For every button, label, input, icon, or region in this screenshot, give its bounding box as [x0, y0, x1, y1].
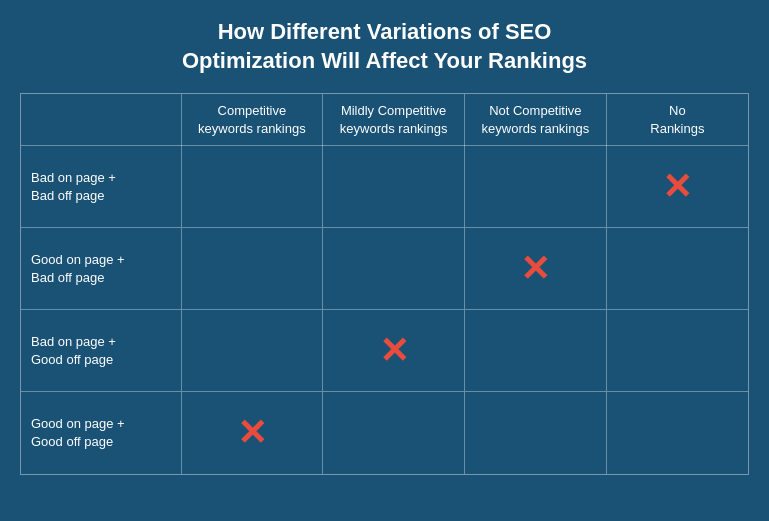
- header-not-competitive: Not Competitivekeywords rankings: [465, 94, 607, 146]
- table-row: Bad on page +Good off page: [21, 310, 748, 392]
- table-row: Good on page +Good off page: [21, 392, 748, 474]
- page-title: How Different Variations of SEO Optimiza…: [182, 18, 587, 75]
- cell-bad-good-not: [465, 310, 607, 392]
- cell-good-bad-not: [465, 228, 607, 310]
- cell-good-good-competitive: [181, 392, 323, 474]
- table-row: Bad on page +Bad off page: [21, 146, 748, 228]
- row-label-bad-good: Bad on page +Good off page: [21, 310, 181, 392]
- table-row: Good on page +Bad off page: [21, 228, 748, 310]
- seo-table-wrapper: Competitivekeywords rankings Mildly Comp…: [20, 93, 749, 475]
- row-label-bad-bad: Bad on page +Bad off page: [21, 146, 181, 228]
- cell-bad-bad-mildly: [323, 146, 465, 228]
- cross-icon: [662, 169, 692, 205]
- table-header-row: Competitivekeywords rankings Mildly Comp…: [21, 94, 748, 146]
- cell-good-good-no: [606, 392, 748, 474]
- cell-good-good-mildly: [323, 392, 465, 474]
- cell-good-bad-competitive: [181, 228, 323, 310]
- header-empty: [21, 94, 181, 146]
- seo-table: Competitivekeywords rankings Mildly Comp…: [21, 94, 748, 474]
- cell-good-good-not: [465, 392, 607, 474]
- cell-bad-bad-not: [465, 146, 607, 228]
- cross-icon: [237, 415, 267, 451]
- header-mildly-competitive: Mildly Competitivekeywords rankings: [323, 94, 465, 146]
- cell-bad-bad-no: [606, 146, 748, 228]
- row-label-good-good: Good on page +Good off page: [21, 392, 181, 474]
- header-competitive: Competitivekeywords rankings: [181, 94, 323, 146]
- cell-bad-good-mildly: [323, 310, 465, 392]
- cell-bad-good-competitive: [181, 310, 323, 392]
- title-line2: Optimization Will Affect Your Rankings: [182, 48, 587, 73]
- cell-bad-bad-competitive: [181, 146, 323, 228]
- title-line1: How Different Variations of SEO: [218, 19, 552, 44]
- cross-icon: [520, 251, 550, 287]
- cell-bad-good-no: [606, 310, 748, 392]
- cross-icon: [379, 333, 409, 369]
- row-label-good-bad: Good on page +Bad off page: [21, 228, 181, 310]
- cell-good-bad-no: [606, 228, 748, 310]
- cell-good-bad-mildly: [323, 228, 465, 310]
- header-no-rankings: NoRankings: [606, 94, 748, 146]
